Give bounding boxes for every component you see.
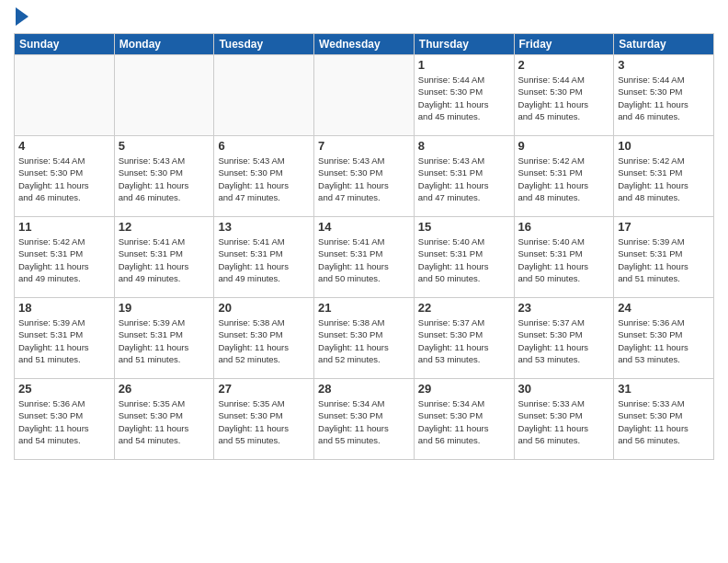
calendar-cell: 28Sunrise: 5:34 AM Sunset: 5:30 PM Dayli…: [314, 379, 415, 460]
calendar-cell: [314, 55, 415, 136]
weekday-header-row: SundayMondayTuesdayWednesdayThursdayFrid…: [15, 34, 714, 55]
weekday-header: Friday: [514, 34, 614, 55]
calendar-cell: [114, 55, 214, 136]
calendar-cell: 10Sunrise: 5:42 AM Sunset: 5:31 PM Dayli…: [614, 136, 714, 217]
weekday-header: Wednesday: [314, 34, 415, 55]
day-info: Sunrise: 5:38 AM Sunset: 5:30 PM Dayligh…: [318, 316, 410, 365]
day-number: 29: [418, 382, 510, 396]
day-info: Sunrise: 5:34 AM Sunset: 5:30 PM Dayligh…: [418, 397, 510, 446]
day-number: 18: [18, 301, 110, 315]
day-number: 10: [618, 139, 710, 153]
calendar-cell: 2Sunrise: 5:44 AM Sunset: 5:30 PM Daylig…: [514, 55, 614, 136]
calendar-cell: 25Sunrise: 5:36 AM Sunset: 5:30 PM Dayli…: [15, 379, 115, 460]
calendar-week-row: 11Sunrise: 5:42 AM Sunset: 5:31 PM Dayli…: [15, 217, 714, 298]
day-number: 28: [318, 382, 410, 396]
calendar-cell: 13Sunrise: 5:41 AM Sunset: 5:31 PM Dayli…: [214, 217, 314, 298]
calendar-cell: 31Sunrise: 5:33 AM Sunset: 5:30 PM Dayli…: [614, 379, 714, 460]
calendar-cell: 12Sunrise: 5:41 AM Sunset: 5:31 PM Dayli…: [114, 217, 214, 298]
page-container: SundayMondayTuesdayWednesdayThursdayFrid…: [0, 0, 728, 563]
day-number: 9: [518, 139, 610, 153]
day-number: 15: [418, 220, 510, 234]
day-info: Sunrise: 5:36 AM Sunset: 5:30 PM Dayligh…: [618, 316, 710, 365]
day-info: Sunrise: 5:41 AM Sunset: 5:31 PM Dayligh…: [318, 236, 410, 284]
calendar-cell: 29Sunrise: 5:34 AM Sunset: 5:30 PM Dayli…: [414, 379, 514, 460]
day-number: 19: [119, 301, 210, 315]
calendar-week-row: 18Sunrise: 5:39 AM Sunset: 5:31 PM Dayli…: [15, 298, 714, 379]
calendar-cell: 18Sunrise: 5:39 AM Sunset: 5:31 PM Dayli…: [15, 298, 115, 379]
day-info: Sunrise: 5:39 AM Sunset: 5:31 PM Dayligh…: [119, 316, 210, 365]
day-info: Sunrise: 5:44 AM Sunset: 5:30 PM Dayligh…: [18, 155, 110, 203]
calendar-week-row: 1Sunrise: 5:44 AM Sunset: 5:30 PM Daylig…: [15, 55, 714, 136]
calendar-cell: 19Sunrise: 5:39 AM Sunset: 5:31 PM Dayli…: [114, 298, 214, 379]
day-info: Sunrise: 5:34 AM Sunset: 5:30 PM Dayligh…: [318, 397, 410, 446]
day-number: 25: [18, 382, 110, 396]
weekday-header: Saturday: [614, 34, 714, 55]
day-info: Sunrise: 5:43 AM Sunset: 5:30 PM Dayligh…: [318, 155, 410, 203]
weekday-header: Sunday: [15, 34, 115, 55]
day-number: 11: [18, 220, 110, 234]
logo-text: [14, 9, 28, 26]
day-number: 31: [618, 382, 710, 396]
day-number: 21: [318, 301, 410, 315]
day-info: Sunrise: 5:43 AM Sunset: 5:30 PM Dayligh…: [218, 155, 310, 203]
calendar-cell: 4Sunrise: 5:44 AM Sunset: 5:30 PM Daylig…: [15, 136, 115, 217]
logo: [14, 9, 28, 26]
day-info: Sunrise: 5:42 AM Sunset: 5:31 PM Dayligh…: [518, 155, 610, 203]
day-number: 4: [18, 139, 110, 153]
day-info: Sunrise: 5:40 AM Sunset: 5:31 PM Dayligh…: [518, 236, 610, 284]
calendar-cell: 17Sunrise: 5:39 AM Sunset: 5:31 PM Dayli…: [614, 217, 714, 298]
calendar-cell: 8Sunrise: 5:43 AM Sunset: 5:31 PM Daylig…: [414, 136, 514, 217]
day-number: 2: [518, 58, 610, 72]
calendar-cell: 20Sunrise: 5:38 AM Sunset: 5:30 PM Dayli…: [214, 298, 314, 379]
day-info: Sunrise: 5:41 AM Sunset: 5:31 PM Dayligh…: [119, 236, 210, 284]
calendar-cell: 26Sunrise: 5:35 AM Sunset: 5:30 PM Dayli…: [114, 379, 214, 460]
calendar-cell: 14Sunrise: 5:41 AM Sunset: 5:31 PM Dayli…: [314, 217, 415, 298]
weekday-header: Thursday: [414, 34, 514, 55]
day-info: Sunrise: 5:39 AM Sunset: 5:31 PM Dayligh…: [18, 316, 110, 365]
logo-arrow-icon: [16, 7, 28, 26]
day-number: 20: [218, 301, 310, 315]
calendar-cell: 1Sunrise: 5:44 AM Sunset: 5:30 PM Daylig…: [414, 55, 514, 136]
calendar-cell: 5Sunrise: 5:43 AM Sunset: 5:30 PM Daylig…: [114, 136, 214, 217]
day-number: 3: [618, 58, 710, 72]
day-info: Sunrise: 5:44 AM Sunset: 5:30 PM Dayligh…: [618, 74, 710, 122]
day-info: Sunrise: 5:43 AM Sunset: 5:31 PM Dayligh…: [418, 155, 510, 203]
calendar-table: SundayMondayTuesdayWednesdayThursdayFrid…: [14, 33, 714, 460]
calendar-cell: 11Sunrise: 5:42 AM Sunset: 5:31 PM Dayli…: [15, 217, 115, 298]
day-info: Sunrise: 5:44 AM Sunset: 5:30 PM Dayligh…: [418, 74, 510, 122]
day-info: Sunrise: 5:33 AM Sunset: 5:30 PM Dayligh…: [618, 397, 710, 446]
calendar-cell: 22Sunrise: 5:37 AM Sunset: 5:30 PM Dayli…: [414, 298, 514, 379]
day-number: 27: [218, 382, 310, 396]
day-number: 8: [418, 139, 510, 153]
calendar-cell: 23Sunrise: 5:37 AM Sunset: 5:30 PM Dayli…: [514, 298, 614, 379]
day-info: Sunrise: 5:38 AM Sunset: 5:30 PM Dayligh…: [218, 316, 310, 365]
day-info: Sunrise: 5:41 AM Sunset: 5:31 PM Dayligh…: [218, 236, 310, 284]
day-info: Sunrise: 5:36 AM Sunset: 5:30 PM Dayligh…: [18, 397, 110, 446]
day-number: 30: [518, 382, 610, 396]
day-info: Sunrise: 5:33 AM Sunset: 5:30 PM Dayligh…: [518, 397, 610, 446]
calendar-cell: 3Sunrise: 5:44 AM Sunset: 5:30 PM Daylig…: [614, 55, 714, 136]
day-number: 1: [418, 58, 510, 72]
weekday-header: Tuesday: [214, 34, 314, 55]
day-info: Sunrise: 5:42 AM Sunset: 5:31 PM Dayligh…: [18, 236, 110, 284]
day-number: 12: [119, 220, 210, 234]
day-info: Sunrise: 5:35 AM Sunset: 5:30 PM Dayligh…: [218, 397, 310, 446]
calendar-cell: 7Sunrise: 5:43 AM Sunset: 5:30 PM Daylig…: [314, 136, 415, 217]
day-number: 7: [318, 139, 410, 153]
calendar-cell: 16Sunrise: 5:40 AM Sunset: 5:31 PM Dayli…: [514, 217, 614, 298]
day-number: 5: [119, 139, 210, 153]
day-info: Sunrise: 5:37 AM Sunset: 5:30 PM Dayligh…: [518, 316, 610, 365]
weekday-header: Monday: [114, 34, 214, 55]
day-info: Sunrise: 5:43 AM Sunset: 5:30 PM Dayligh…: [119, 155, 210, 203]
day-number: 13: [218, 220, 310, 234]
calendar-week-row: 25Sunrise: 5:36 AM Sunset: 5:30 PM Dayli…: [15, 379, 714, 460]
day-number: 26: [119, 382, 210, 396]
day-number: 23: [518, 301, 610, 315]
calendar-cell: 21Sunrise: 5:38 AM Sunset: 5:30 PM Dayli…: [314, 298, 415, 379]
calendar-cell: [214, 55, 314, 136]
calendar-week-row: 4Sunrise: 5:44 AM Sunset: 5:30 PM Daylig…: [15, 136, 714, 217]
calendar-cell: 6Sunrise: 5:43 AM Sunset: 5:30 PM Daylig…: [214, 136, 314, 217]
calendar-cell: 9Sunrise: 5:42 AM Sunset: 5:31 PM Daylig…: [514, 136, 614, 217]
day-number: 17: [618, 220, 710, 234]
day-info: Sunrise: 5:44 AM Sunset: 5:30 PM Dayligh…: [518, 74, 610, 122]
